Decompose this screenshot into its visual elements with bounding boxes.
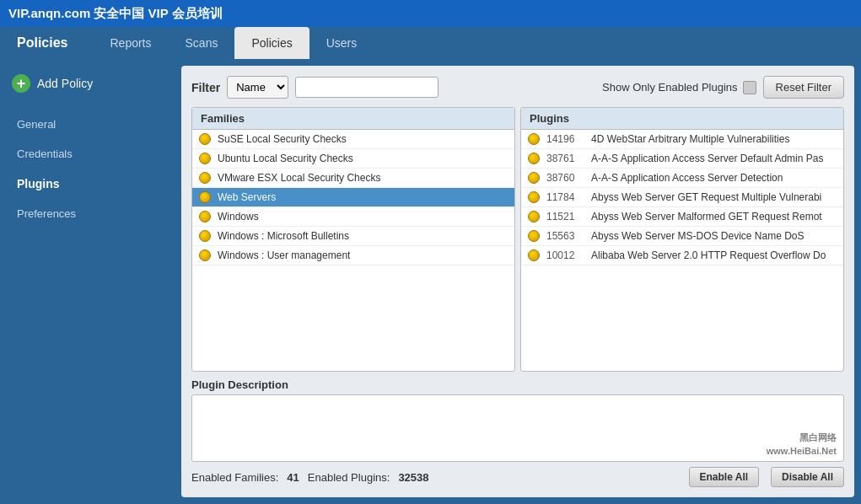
plugin-list-item[interactable]: 38760A-A-S Application Access Server Det…: [521, 169, 843, 188]
status-dot: [199, 172, 211, 184]
plugin-id: 38761: [546, 153, 584, 164]
status-dot: [528, 133, 540, 145]
show-enabled-checkbox[interactable]: [743, 81, 756, 94]
watermark: 黑白网络 www.HeiBai.Net: [767, 432, 837, 458]
status-dot: [528, 153, 540, 164]
sidebar-item-general[interactable]: General: [0, 111, 181, 137]
plugin-label: Abyss Web Server GET Request Multiple Vu…: [591, 191, 821, 203]
families-panel: Families SuSE Local Security ChecksUbunt…: [191, 107, 515, 372]
nav-bar: Policies Reports Scans Policies Users: [0, 27, 861, 59]
stats-row: Enabled Families: 41 Enabled Plugins: 32…: [191, 467, 844, 487]
plugin-id: 14196: [546, 133, 584, 145]
reset-filter-button[interactable]: Reset Filter: [763, 76, 844, 99]
status-dot: [199, 153, 211, 164]
plugin-list-item[interactable]: 10012Alibaba Web Server 2.0 HTTP Request…: [521, 246, 843, 265]
watermark-line2: www.HeiBai.Net: [767, 446, 837, 456]
plugins-panel: Plugins 141964D WebStar Arbitrary Multip…: [520, 107, 844, 372]
nav-tab-scans[interactable]: Scans: [169, 27, 235, 59]
title-bar: VIP.anqn.com 安全中国 VIP 会员培训: [0, 0, 861, 27]
plugin-id: 11521: [546, 211, 584, 223]
families-list: SuSE Local Security ChecksUbuntu Local S…: [192, 130, 514, 371]
plugins-list: 141964D WebStar Arbitrary Multiple Vulne…: [521, 130, 843, 371]
plus-icon: +: [12, 74, 30, 93]
sidebar-item-plugins[interactable]: Plugins: [0, 170, 181, 197]
family-list-item[interactable]: VMware ESX Local Security Checks: [192, 169, 514, 188]
filter-label: Filter: [191, 81, 220, 94]
family-item-label: VMware ESX Local Security Checks: [218, 172, 380, 184]
plugin-list-item[interactable]: 15563Abyss Web Server MS-DOS Device Name…: [521, 227, 843, 246]
status-dot: [528, 230, 540, 242]
family-list-item[interactable]: Windows : User management: [192, 246, 514, 265]
enabled-plugins-label: Enabled Plugins:: [308, 471, 390, 484]
plugin-label: A-A-S Application Access Server Default …: [591, 153, 823, 164]
filter-select[interactable]: Name ID Family: [227, 76, 288, 99]
title-text: VIP.anqn.com 安全中国 VIP 会员培训: [8, 6, 223, 22]
content-area: Filter Name ID Family Show Only Enabled …: [181, 66, 854, 497]
family-item-label: Ubuntu Local Security Checks: [218, 153, 353, 164]
plugin-list-item[interactable]: 141964D WebStar Arbitrary Multiple Vulne…: [521, 130, 843, 149]
add-policy-button[interactable]: + Add Policy: [0, 67, 181, 99]
family-list-item[interactable]: Windows: [192, 207, 514, 227]
enabled-families-label: Enabled Families:: [191, 471, 278, 484]
plugin-description-section: Plugin Description 黑白网络 www.HeiBai.Net: [191, 378, 844, 462]
plugin-list-item[interactable]: 38761A-A-S Application Access Server Def…: [521, 149, 843, 169]
plugin-label: A-A-S Application Access Server Detectio…: [591, 172, 783, 184]
filter-bar: Filter Name ID Family Show Only Enabled …: [191, 76, 844, 99]
status-dot: [199, 191, 211, 203]
sidebar: + Add Policy General Credentials Plugins…: [0, 59, 181, 504]
nav-tab-users[interactable]: Users: [309, 27, 374, 59]
family-item-label: SuSE Local Security Checks: [218, 133, 347, 145]
family-item-label: Web Servers: [218, 191, 276, 203]
plugin-id: 11784: [546, 191, 584, 203]
plugin-description-label: Plugin Description: [191, 378, 844, 391]
sidebar-item-credentials[interactable]: Credentials: [0, 141, 181, 167]
status-dot: [199, 211, 211, 223]
family-list-item[interactable]: Web Servers: [192, 188, 514, 207]
plugin-id: 15563: [546, 230, 584, 242]
family-item-label: Windows: [218, 211, 259, 223]
filter-input[interactable]: [295, 77, 439, 98]
plugin-list-item[interactable]: 11521Abyss Web Server Malformed GET Requ…: [521, 207, 843, 227]
status-dot: [528, 172, 540, 184]
family-list-item[interactable]: Windows : Microsoft Bulletins: [192, 227, 514, 246]
enabled-families-value: 41: [287, 471, 299, 484]
enabled-plugins-value: 32538: [398, 471, 428, 484]
plugin-id: 10012: [546, 249, 584, 261]
plugin-description-box: 黑白网络 www.HeiBai.Net: [191, 394, 844, 462]
family-list-item[interactable]: Ubuntu Local Security Checks: [192, 149, 514, 169]
status-dot: [528, 211, 540, 223]
plugins-header: Plugins: [521, 108, 843, 130]
status-dot: [199, 133, 211, 145]
add-policy-label: Add Policy: [37, 77, 93, 90]
plugin-label: Alibaba Web Server 2.0 HTTP Request Over…: [591, 249, 826, 261]
panels: Families SuSE Local Security ChecksUbunt…: [191, 107, 844, 372]
status-dot: [528, 249, 540, 261]
plugin-id: 38760: [546, 172, 584, 184]
sidebar-item-preferences[interactable]: Preferences: [0, 201, 181, 227]
nav-tab-reports[interactable]: Reports: [93, 27, 168, 59]
show-enabled-label: Show Only Enabled Plugins: [602, 81, 756, 94]
status-dot: [199, 249, 211, 261]
plugin-list-item[interactable]: 11784Abyss Web Server GET Request Multip…: [521, 188, 843, 207]
plugin-label: Abyss Web Server MS-DOS Device Name DoS: [591, 230, 804, 242]
enable-all-button[interactable]: Enable All: [689, 467, 760, 487]
families-header: Families: [192, 108, 514, 130]
family-item-label: Windows : User management: [218, 249, 350, 261]
nav-tab-policies[interactable]: Policies: [234, 27, 309, 59]
watermark-line1: 黑白网络: [799, 432, 837, 442]
nav-brand: Policies: [8, 30, 76, 56]
disable-all-button[interactable]: Disable All: [771, 467, 844, 487]
main-layout: + Add Policy General Credentials Plugins…: [0, 59, 861, 504]
plugin-label: Abyss Web Server Malformed GET Request R…: [591, 211, 822, 223]
plugin-label: 4D WebStar Arbitrary Multiple Vulnerabil…: [591, 133, 789, 145]
family-list-item[interactable]: SuSE Local Security Checks: [192, 130, 514, 149]
status-dot: [199, 230, 211, 242]
status-dot: [528, 191, 540, 203]
show-enabled-text: Show Only Enabled Plugins: [602, 81, 737, 94]
family-item-label: Windows : Microsoft Bulletins: [218, 230, 349, 242]
